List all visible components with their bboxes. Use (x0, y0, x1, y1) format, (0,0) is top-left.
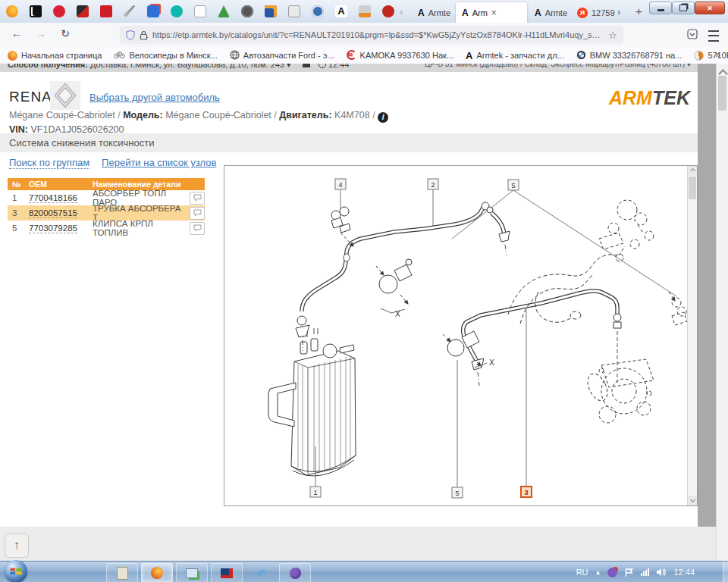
taskbar-viber-button[interactable] (279, 563, 311, 582)
taskbar-thunderbird-button[interactable] (246, 563, 278, 582)
bookmark-ford-parts[interactable]: Автозапчасти Ford - э... (230, 50, 334, 61)
bookmark-kamoka[interactable]: KAMOKA 9937630 Нак... (347, 50, 453, 61)
bookmark-label: Начальная страница (21, 51, 102, 60)
taskbar-tecdoc-button[interactable] (211, 563, 243, 582)
taskbar-remote-desktop-button[interactable] (176, 563, 208, 582)
tab-yandex[interactable]: Я 12759 (571, 2, 623, 23)
language-indicator[interactable]: RU (576, 568, 588, 577)
forward-icon[interactable]: → (33, 27, 49, 39)
pinned-tab-photo-icon[interactable] (359, 5, 371, 17)
clock[interactable]: 12:44 (673, 568, 695, 577)
change-car-link[interactable]: Выбрать другой автомобиль (89, 92, 220, 103)
yandex-favicon: Я (577, 8, 588, 18)
volume-icon[interactable] (656, 568, 667, 577)
tab-close-icon[interactable]: × (491, 8, 497, 18)
pinned-tab-globe-icon[interactable] (241, 5, 253, 17)
back-to-top-button[interactable]: ↑ (5, 534, 29, 558)
callout-2[interactable]: 2 (428, 179, 438, 189)
close-icon: ✕ (707, 5, 713, 12)
table-row-selected[interactable]: 3 8200057515 ТРУБКА АБСОРБЕРА Т (8, 205, 205, 221)
tracking-shield-icon[interactable] (126, 30, 135, 40)
pinned-tab-armtek-icon[interactable]: A (335, 5, 347, 17)
armtek-a-icon: A (466, 50, 472, 61)
back-icon[interactable]: ← (9, 27, 24, 39)
reload-icon[interactable]: ↻ (58, 27, 73, 39)
viber-tray-icon[interactable] (607, 568, 617, 577)
action-center-flag-icon[interactable] (624, 568, 634, 577)
oem-link[interactable]: 7703079285 (29, 224, 77, 233)
taskbar-explorer-button[interactable] (106, 563, 138, 582)
callout-1[interactable]: 1 (310, 487, 321, 497)
callout-5-top[interactable]: 5 (508, 180, 519, 190)
pinned-tab-desktop-icon[interactable] (147, 5, 159, 17)
taskbar-firefox-button[interactable] (141, 563, 173, 582)
pinned-tab-green-icon[interactable] (218, 5, 230, 17)
renault-diamond-logo (50, 81, 80, 110)
bookmark-home[interactable]: Начальная страница (8, 51, 102, 61)
page-scrollbar[interactable] (716, 64, 728, 561)
tab-scroll-left-icon[interactable]: ‹ (400, 6, 403, 17)
start-button[interactable] (5, 560, 27, 582)
go-to-units-link[interactable]: Перейти на список узлов (102, 157, 216, 169)
table-row[interactable]: 5 7703079285 КЛИПСА КРПЛ ТОПЛИВ (8, 221, 205, 236)
pinned-tab-one-icon[interactable] (100, 5, 112, 17)
bookmark-star-icon[interactable]: ☆ (608, 30, 617, 41)
oem-link[interactable]: 8200057515 (29, 208, 77, 218)
bookmark-bmw[interactable]: BMW 33326768791 на... (576, 50, 682, 61)
pinned-tab-parts-icon[interactable] (265, 5, 277, 17)
armtek-favicon: A (462, 8, 469, 18)
pinned-tab-fn-icon[interactable] (77, 5, 89, 17)
diagram-scroll-up-icon[interactable] (688, 166, 697, 176)
pinned-tab-bd-icon[interactable] (53, 5, 65, 17)
cart-icon[interactable] (303, 64, 310, 67)
pinned-tab-forum-icon[interactable] (30, 5, 42, 17)
close-button[interactable]: ✕ (695, 2, 725, 14)
pinned-tab-notes-icon[interactable] (194, 5, 206, 17)
tray-expand-icon[interactable]: ▲ (595, 569, 601, 576)
table-row[interactable]: 1 7700418166 АБСОРБЕР ТОПЛ ПАРО (8, 190, 205, 205)
offers-bubble-button[interactable] (190, 207, 205, 220)
minimize-button[interactable] (649, 2, 672, 14)
bookmarks-overflow-icon[interactable]: » (715, 49, 720, 60)
callout-5-bottom[interactable]: 5 (452, 487, 463, 498)
info-icon[interactable]: i (378, 112, 388, 123)
bookmark-armtek[interactable]: A Armtek - запчасти дл... (466, 50, 564, 61)
diagram-scroll-thumb[interactable] (689, 177, 696, 199)
part-num: 1 (8, 193, 29, 202)
pinned-tab-badge-icon[interactable] (312, 5, 324, 17)
pinned-tab-firefox-icon[interactable] (6, 5, 18, 17)
engine-label: Двигатель: (279, 110, 331, 120)
pinned-tab-m-icon[interactable] (288, 5, 300, 17)
callout-3-highlighted[interactable]: 3 (521, 487, 532, 497)
new-tab-button[interactable]: + (635, 5, 642, 17)
pinned-tab-pencil-icon[interactable] (124, 5, 136, 17)
search-by-groups-link[interactable]: Поиск по группам (9, 157, 89, 169)
restore-icon (679, 5, 687, 11)
page-scroll-thumb[interactable] (718, 76, 726, 111)
tab-armtek-active[interactable]: A Arm × (456, 2, 527, 23)
diagram-scroll-down-icon[interactable] (688, 496, 697, 505)
svg-text:1: 1 (313, 489, 317, 496)
page-title: Система снижения токсичности (9, 137, 154, 149)
lock-icon[interactable] (140, 30, 148, 40)
bookmark-polcar[interactable]: 5710RWT1 Polcar РЫЧ... (694, 51, 728, 61)
pinned-tab-red-icon[interactable] (382, 5, 394, 17)
pocket-icon[interactable] (685, 29, 700, 42)
bookmark-bikes[interactable]: Велосипеды в Минск... (114, 50, 217, 61)
bicycle-icon (114, 50, 125, 61)
url-bar[interactable]: https://etp.armtek.by/catalogs/unit/?c=R… (120, 26, 623, 44)
network-signal-icon[interactable] (641, 568, 649, 576)
diagram-scrollbar[interactable] (687, 166, 697, 505)
delivery-method-value[interactable]: Доставка, г.Минск, ул. Ваупшасова, д.10,… (90, 64, 284, 69)
tab-scroll-right-icon[interactable]: › (617, 6, 620, 17)
offers-bubble-button[interactable] (190, 192, 205, 205)
pinned-tab-teal-icon[interactable] (171, 5, 183, 17)
menu-icon[interactable] (708, 30, 719, 42)
show-desktop-button[interactable] (723, 562, 728, 582)
callout-4[interactable]: 4 (335, 179, 346, 189)
warehouse-selector[interactable]: ЦР-Б 51 Минск (Дроздово) / Склад: Экспре… (425, 64, 685, 68)
restore-button[interactable] (672, 2, 695, 14)
oem-link[interactable]: 7700418166 (29, 193, 77, 203)
url-text[interactable]: https://etp.armtek.by/catalogs/unit/?c=R… (152, 30, 604, 39)
offers-bubble-button[interactable] (190, 222, 205, 235)
